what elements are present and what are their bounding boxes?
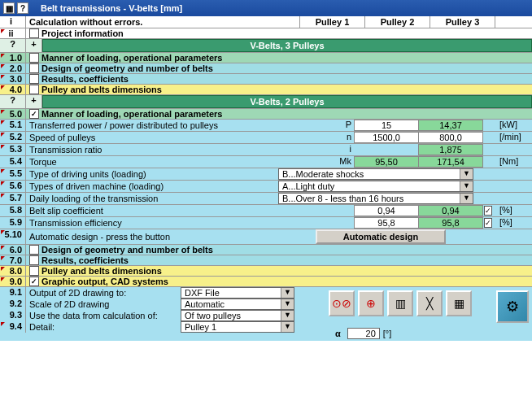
dd-scale-2d[interactable]: Automatic▼	[181, 299, 294, 310]
eff-p1[interactable]: 95,8	[354, 217, 419, 229]
title-bar: ▦ ? Belt transmissions - V-belts [mm]	[0, 0, 532, 16]
ck-7-0[interactable]	[29, 255, 39, 265]
expand-2p[interactable]: +	[26, 95, 42, 108]
torque-p2: 171,54	[418, 156, 483, 168]
draw-pulley-icon[interactable]: ⊕	[358, 290, 384, 316]
automatic-design-button[interactable]: Automatic design	[316, 229, 446, 244]
status-row: i Calculation without errors. Pulley 1 P…	[0, 16, 532, 28]
help-2p[interactable]: ?	[0, 95, 26, 108]
ck-3-0[interactable]	[29, 74, 39, 84]
app-icon[interactable]: ▦	[3, 2, 15, 14]
torque-p1: 95,50	[354, 156, 419, 168]
ck-4-0[interactable]	[29, 85, 39, 94]
ck-6-0[interactable]	[29, 245, 39, 255]
ratio: 1,875	[418, 144, 483, 155]
3d-view-icon[interactable]: ⚙	[496, 290, 529, 323]
eff-p2: 95,8	[418, 217, 483, 229]
speed-p2[interactable]: 800,0	[418, 132, 483, 143]
dd-output-2d[interactable]: DXF File▼	[181, 287, 294, 299]
power-p1[interactable]: 15	[354, 120, 419, 131]
chevron-down-icon[interactable]: ▼	[460, 181, 473, 191]
dd-daily-loading[interactable]: B...Over 8 - less than 16 hours▼	[278, 193, 473, 204]
slip-p1[interactable]: 0,94	[354, 205, 419, 216]
dd-driving-units[interactable]: B...Moderate shocks▼	[278, 168, 473, 180]
project-checkbox[interactable]	[29, 28, 39, 38]
col-pulley2: Pulley 2	[364, 16, 430, 28]
help-3p[interactable]: ?	[0, 39, 26, 52]
power-p2: 14,37	[418, 120, 483, 131]
expand-3p[interactable]: +	[26, 39, 42, 52]
col-pulley1: Pulley 1	[299, 16, 364, 28]
alpha-label: α	[329, 329, 347, 338]
ck-5-0[interactable]: ✓	[29, 109, 39, 119]
draw-belt1-icon[interactable]: ▥	[387, 290, 413, 316]
chevron-down-icon[interactable]: ▼	[281, 311, 294, 320]
ck-eff[interactable]: ✓	[484, 218, 492, 228]
col-pulley3: Pulley 3	[430, 16, 495, 28]
dd-data-from[interactable]: Of two pulleys▼	[181, 310, 294, 321]
draw-belt3-icon[interactable]: ▦	[446, 290, 472, 316]
speed-p1[interactable]: 1500,0	[354, 132, 419, 143]
ck-1-0[interactable]	[29, 53, 39, 63]
window-title: Belt transmissions - V-belts [mm]	[41, 3, 182, 13]
slip-p2: 0,94	[418, 205, 483, 216]
dd-detail[interactable]: Pulley 1▼	[181, 321, 294, 333]
dd-driven-machine[interactable]: A...Light duty▼	[278, 181, 473, 192]
chevron-down-icon[interactable]: ▼	[460, 169, 473, 179]
ck-2-0[interactable]	[29, 63, 39, 73]
alpha-input[interactable]: 20	[347, 328, 380, 339]
chevron-down-icon[interactable]: ▼	[281, 299, 294, 309]
help-icon[interactable]: ?	[17, 2, 28, 14]
band-3pulleys: ? + V-Belts, 3 Pulleys	[0, 39, 532, 53]
draw-belt2-icon[interactable]: ╳	[416, 290, 443, 316]
draw-schematic-icon[interactable]: ⊙⊘	[329, 290, 355, 316]
chevron-down-icon[interactable]: ▼	[281, 322, 294, 332]
ck-8-0[interactable]	[29, 266, 39, 276]
project-row: ii Project information	[0, 28, 532, 39]
band-2pulleys: ? + V-Belts, 2 Pulleys	[0, 95, 532, 109]
chevron-down-icon[interactable]: ▼	[460, 194, 473, 203]
chevron-down-icon[interactable]: ▼	[281, 288, 294, 298]
ck-slip[interactable]: ✓	[484, 206, 492, 216]
ck-9-0[interactable]: ✓	[29, 277, 39, 286]
